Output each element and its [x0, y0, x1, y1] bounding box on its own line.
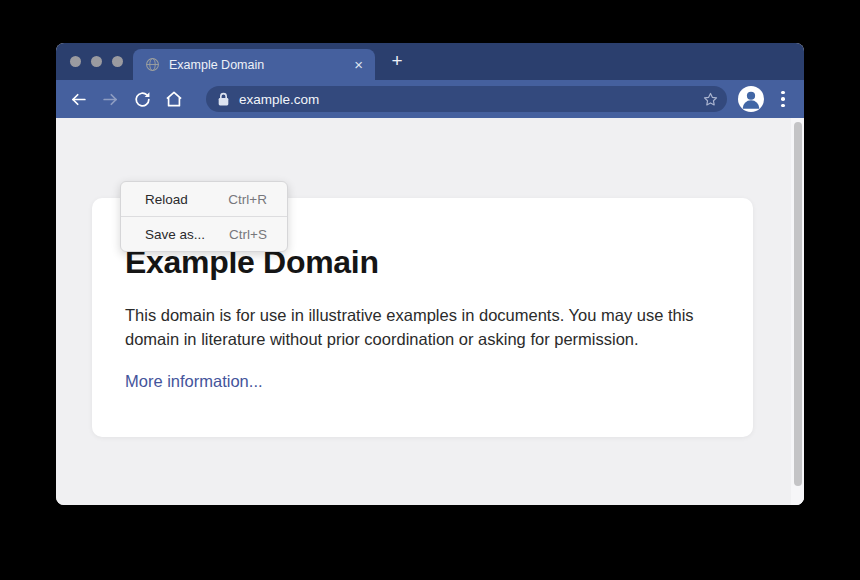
home-button[interactable]	[162, 87, 186, 111]
new-tab-button[interactable]: +	[386, 48, 408, 74]
window-controls	[70, 56, 123, 67]
overflow-menu-icon	[781, 91, 785, 95]
page-viewport: Example Domain This domain is for use in…	[56, 118, 804, 505]
forward-button[interactable]	[98, 87, 122, 111]
tab-close-icon[interactable]: ×	[352, 57, 365, 72]
context-menu-item-reload[interactable]: Reload Ctrl+R	[121, 182, 287, 216]
profile-avatar-button[interactable]	[738, 86, 764, 112]
scrollbar-track[interactable]	[791, 118, 804, 505]
back-arrow-icon	[69, 90, 88, 109]
globe-favicon-icon	[145, 57, 160, 72]
home-icon	[164, 89, 184, 109]
lock-icon[interactable]	[217, 92, 230, 107]
tab-example-domain[interactable]: Example Domain ×	[133, 49, 375, 80]
bookmark-star-button[interactable]	[701, 90, 719, 108]
page-body-text: This domain is for use in illustrative e…	[125, 304, 713, 352]
url-text: example.com	[239, 92, 701, 107]
address-bar[interactable]: example.com	[206, 86, 727, 112]
context-menu: Reload Ctrl+R Save as... Ctrl+S	[120, 181, 288, 252]
menu-item-shortcut: Ctrl+R	[228, 192, 267, 207]
window-close-button[interactable]	[70, 56, 81, 67]
star-icon	[702, 91, 719, 108]
more-information-link[interactable]: More information...	[125, 372, 263, 391]
browser-toolbar: example.com	[56, 80, 804, 118]
menu-item-label: Reload	[145, 192, 188, 207]
window-fullscreen-button[interactable]	[112, 56, 123, 67]
menu-item-shortcut: Ctrl+S	[229, 227, 267, 242]
tab-title: Example Domain	[169, 58, 352, 72]
scrollbar-thumb[interactable]	[794, 122, 802, 486]
forward-arrow-icon	[101, 90, 120, 109]
back-button[interactable]	[66, 87, 90, 111]
menu-item-label: Save as...	[145, 227, 205, 242]
window-minimize-button[interactable]	[91, 56, 102, 67]
reload-button[interactable]	[130, 87, 154, 111]
context-menu-item-save-as[interactable]: Save as... Ctrl+S	[121, 217, 287, 251]
browser-window: Example Domain × +	[56, 43, 804, 505]
reload-icon	[133, 90, 152, 109]
tab-strip: Example Domain × +	[56, 43, 804, 80]
browser-menu-button[interactable]	[774, 87, 792, 111]
avatar-person-icon	[738, 86, 764, 112]
